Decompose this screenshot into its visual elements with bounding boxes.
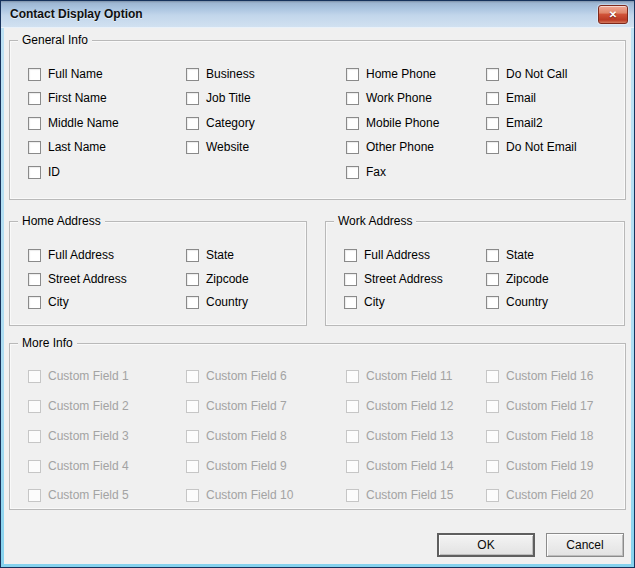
checkbox-do-not-email[interactable]: Do Not Email: [486, 140, 577, 155]
checkbox-box[interactable]: [346, 166, 359, 179]
checkbox-custom-field-8: Custom Field 8: [186, 429, 287, 444]
checkbox-label: Full Address: [48, 248, 114, 263]
checkbox-email[interactable]: Email: [486, 91, 536, 106]
checkbox-work-city[interactable]: City: [344, 295, 385, 310]
checkbox-work-street-address[interactable]: Street Address: [344, 272, 443, 287]
checkbox-box[interactable]: [344, 249, 357, 262]
checkbox-box[interactable]: [186, 92, 199, 105]
checkbox-mobile-phone[interactable]: Mobile Phone: [346, 116, 439, 131]
checkbox-box[interactable]: [186, 296, 199, 309]
checkbox-home-full-address[interactable]: Full Address: [28, 248, 114, 263]
checkbox-fax[interactable]: Fax: [346, 165, 386, 180]
close-button[interactable]: ✕: [598, 5, 628, 24]
checkbox-home-country[interactable]: Country: [186, 295, 248, 310]
checkbox-label: Custom Field 15: [366, 488, 453, 503]
checkbox-label: City: [364, 295, 385, 310]
checkbox-work-zipcode[interactable]: Zipcode: [486, 272, 549, 287]
cancel-button[interactable]: Cancel: [546, 533, 624, 557]
checkbox-box[interactable]: [186, 117, 199, 130]
checkbox-label: Do Not Email: [506, 140, 577, 155]
checkbox-box[interactable]: [486, 92, 499, 105]
title-bar[interactable]: Contact Display Option ✕: [1, 1, 634, 28]
checkbox-box[interactable]: [486, 249, 499, 262]
checkbox-custom-field-6: Custom Field 6: [186, 369, 287, 384]
group-label-home-address: Home Address: [18, 214, 105, 229]
checkbox-label: Full Address: [364, 248, 430, 263]
checkbox-box: [346, 400, 359, 413]
checkbox-box[interactable]: [486, 296, 499, 309]
checkbox-home-street-address[interactable]: Street Address: [28, 272, 127, 287]
checkbox-box[interactable]: [346, 141, 359, 154]
group-more-info: More Info Custom Field 1 Custom Field 2 …: [9, 343, 626, 510]
checkbox-work-phone[interactable]: Work Phone: [346, 91, 432, 106]
checkbox-work-country[interactable]: Country: [486, 295, 548, 310]
checkbox-box[interactable]: [186, 249, 199, 262]
checkbox-box[interactable]: [486, 141, 499, 154]
checkbox-do-not-call[interactable]: Do Not Call: [486, 67, 567, 82]
checkbox-label: Email2: [506, 116, 543, 131]
checkbox-box[interactable]: [28, 117, 41, 130]
checkbox-box[interactable]: [186, 141, 199, 154]
checkbox-box: [28, 400, 41, 413]
checkbox-box[interactable]: [344, 273, 357, 286]
checkbox-box[interactable]: [486, 117, 499, 130]
checkbox-label: ID: [48, 165, 60, 180]
checkbox-label: Custom Field 4: [48, 459, 129, 474]
checkbox-label: First Name: [48, 91, 107, 106]
checkbox-website[interactable]: Website: [186, 140, 249, 155]
checkbox-box[interactable]: [28, 296, 41, 309]
checkbox-box[interactable]: [486, 68, 499, 81]
checkbox-label: Middle Name: [48, 116, 119, 131]
checkbox-box: [28, 370, 41, 383]
checkbox-home-phone[interactable]: Home Phone: [346, 67, 436, 82]
checkbox-business[interactable]: Business: [186, 67, 255, 82]
checkbox-work-full-address[interactable]: Full Address: [344, 248, 430, 263]
checkbox-label: Custom Field 1: [48, 369, 129, 384]
checkbox-box[interactable]: [346, 92, 359, 105]
checkbox-box[interactable]: [344, 296, 357, 309]
checkbox-first-name[interactable]: First Name: [28, 91, 107, 106]
checkbox-last-name[interactable]: Last Name: [28, 140, 106, 155]
checkbox-label: Custom Field 18: [506, 429, 593, 444]
checkbox-label: Email: [506, 91, 536, 106]
checkbox-box[interactable]: [28, 166, 41, 179]
checkbox-box[interactable]: [346, 117, 359, 130]
checkbox-custom-field-20: Custom Field 20: [486, 488, 593, 503]
checkbox-home-city[interactable]: City: [28, 295, 69, 310]
checkbox-label: Custom Field 17: [506, 399, 593, 414]
checkbox-box[interactable]: [186, 68, 199, 81]
checkbox-job-title[interactable]: Job Title: [186, 91, 251, 106]
checkbox-custom-field-12: Custom Field 12: [346, 399, 453, 414]
checkbox-box[interactable]: [28, 68, 41, 81]
checkbox-box[interactable]: [346, 68, 359, 81]
checkbox-email2[interactable]: Email2: [486, 116, 543, 131]
ok-button[interactable]: OK: [437, 533, 535, 557]
checkbox-label: Category: [206, 116, 255, 131]
checkbox-box[interactable]: [28, 92, 41, 105]
checkbox-box[interactable]: [28, 249, 41, 262]
checkbox-work-state[interactable]: State: [486, 248, 534, 263]
checkbox-full-name[interactable]: Full Name: [28, 67, 103, 82]
checkbox-box: [186, 430, 199, 443]
checkbox-custom-field-7: Custom Field 7: [186, 399, 287, 414]
checkbox-custom-field-18: Custom Field 18: [486, 429, 593, 444]
checkbox-box: [486, 400, 499, 413]
checkbox-home-state[interactable]: State: [186, 248, 234, 263]
checkbox-box[interactable]: [486, 273, 499, 286]
checkbox-box[interactable]: [28, 273, 41, 286]
checkbox-home-zipcode[interactable]: Zipcode: [186, 272, 249, 287]
checkbox-label: Custom Field 7: [206, 399, 287, 414]
checkbox-category[interactable]: Category: [186, 116, 255, 131]
checkbox-middle-name[interactable]: Middle Name: [28, 116, 119, 131]
checkbox-other-phone[interactable]: Other Phone: [346, 140, 434, 155]
close-icon: ✕: [609, 10, 617, 20]
checkbox-label: Country: [206, 295, 248, 310]
group-label-general-info: General Info: [18, 33, 92, 48]
checkbox-label: Custom Field 19: [506, 459, 593, 474]
checkbox-custom-field-4: Custom Field 4: [28, 459, 129, 474]
checkbox-box[interactable]: [186, 273, 199, 286]
checkbox-box: [28, 430, 41, 443]
checkbox-label: State: [206, 248, 234, 263]
checkbox-id[interactable]: ID: [28, 165, 60, 180]
checkbox-box[interactable]: [28, 141, 41, 154]
